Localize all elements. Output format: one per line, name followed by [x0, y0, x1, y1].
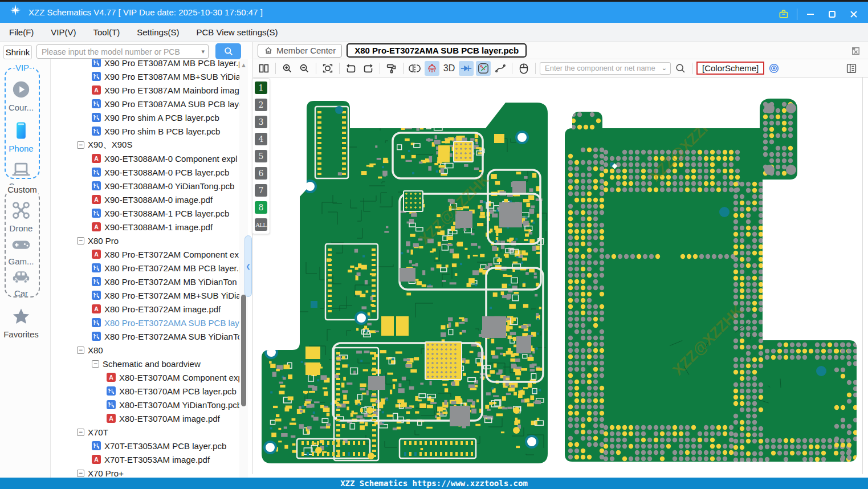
tree-file-row[interactable]: AX80-ET3070AM image.pdf — [51, 411, 239, 425]
panel-toggle-icon[interactable] — [845, 62, 858, 77]
tree-item-label: X90 Pro shim A PCB layer.pcb — [104, 113, 219, 123]
zoom-in-icon[interactable] — [280, 61, 295, 76]
net-search-icon[interactable] — [673, 61, 688, 76]
curve-icon[interactable] — [493, 61, 508, 76]
collapse-toggle-icon[interactable]: − — [92, 360, 99, 368]
tree-file-row[interactable]: X80-ET3070AM YiDianTong.pcb — [51, 398, 239, 411]
tree-file-row[interactable]: X80 Pro-ET3072AM MB PCB layer.p — [51, 261, 239, 275]
tab-member-center[interactable]: Member Center — [258, 44, 342, 58]
pcb-file-icon — [92, 127, 101, 136]
svg-text:A: A — [94, 87, 99, 93]
menu-item[interactable]: VIP(V) — [51, 27, 76, 37]
diode-icon[interactable] — [459, 61, 474, 76]
layer-button-1[interactable]: 1 — [255, 82, 267, 94]
tree-file-row[interactable]: AX80-ET3070AM Component exp — [51, 370, 239, 384]
tree-group-row[interactable]: −X70 Pro+ — [51, 466, 239, 478]
tree-file-row[interactable]: X80 Pro-ET3072AMA SUB YiDianTo — [51, 329, 239, 343]
tree-group-row[interactable]: −Schematic and boardview — [51, 357, 239, 370]
scrollbar-thumb[interactable] — [241, 295, 246, 406]
eye-icon[interactable] — [767, 61, 781, 76]
tree-file-row[interactable]: X90 Pro ET3087AMA SUB PCB laye — [51, 97, 239, 111]
colorscheme-button[interactable]: [ColorScheme] — [696, 62, 764, 75]
menu-item[interactable]: PCB View settings(S) — [196, 27, 278, 37]
tree-group-row[interactable]: −X90、X90S — [51, 138, 239, 152]
pcb-canvas[interactable]: XZZ@XZZHKXZZ@XZZHKXZZ@XZZHK — [252, 78, 862, 474]
layer-button-all[interactable]: ALL — [255, 218, 267, 231]
license-icon[interactable] — [775, 6, 792, 22]
sidebar-item-courses[interactable]: Cour... — [0, 80, 42, 112]
layer-button-2[interactable]: 2 — [255, 99, 267, 111]
split-view-icon[interactable] — [256, 61, 271, 76]
panel-collapse-handle[interactable]: ❮ — [244, 235, 252, 297]
sidebar-item-car[interactable]: Car — [0, 267, 42, 298]
menu-item[interactable]: File(F) — [9, 27, 34, 37]
collapse-toggle-icon[interactable]: − — [77, 347, 84, 354]
tree-file-row[interactable]: AX90-ET3088AM-1 image.pdf — [51, 220, 239, 234]
close-document-icon[interactable] — [850, 46, 861, 59]
pcb-file-icon — [92, 181, 101, 190]
tree-file-row[interactable]: X90 Pro ET3087AM MB PCB layer.p — [51, 59, 239, 70]
tree-group-row[interactable]: −X80 Pro — [51, 234, 239, 247]
maximize-button[interactable] — [824, 6, 841, 22]
minimize-button[interactable] — [802, 6, 819, 22]
tree-file-row[interactable]: AX90 Pro ET3087AM Mainbord imag — [51, 83, 239, 97]
tree-file-row[interactable]: AX80 Pro-ET3072AM image.pdf — [51, 302, 239, 316]
model-search-input[interactable]: Please input the model number or PCB ▾ — [36, 44, 209, 59]
collapse-toggle-icon[interactable]: − — [77, 429, 84, 436]
fit-view-icon[interactable] — [320, 61, 335, 76]
layer-button-5[interactable]: 5 — [255, 150, 267, 162]
tree-file-row[interactable]: AX90-ET3088AM-0 image.pdf — [51, 193, 239, 206]
chevron-down-icon[interactable]: ⌄ — [662, 64, 667, 72]
close-button[interactable] — [845, 6, 862, 22]
tree-file-row[interactable]: X70T-ET3053AM PCB layer.pcb — [51, 439, 239, 453]
menu-item[interactable]: Tool(T) — [93, 27, 120, 37]
lamp-icon[interactable] — [425, 61, 439, 76]
tree-group-row[interactable]: −X80 — [51, 343, 239, 357]
layer-button-6[interactable]: 6 — [255, 167, 267, 180]
tree-group-row[interactable]: −X70T — [51, 425, 239, 439]
layer-button-7[interactable]: 7 — [255, 184, 267, 197]
sidebar-item-game[interactable]: Gam... — [0, 236, 42, 266]
layer-button-3[interactable]: 3 — [255, 116, 267, 128]
tree-file-row[interactable]: X90 Pro shim B PCB layer.pcb — [51, 124, 239, 138]
zoom-out-icon[interactable] — [297, 61, 312, 76]
collapse-toggle-icon[interactable]: − — [77, 470, 84, 477]
pcb-file-icon — [92, 263, 101, 272]
tab-active-document[interactable]: X80 Pro-ET3072AMA SUB PCB layer.pcb — [347, 43, 527, 58]
phone-icon — [12, 121, 30, 140]
tree-file-row[interactable]: X90-ET3088AM-1 PCB layer.pcb — [51, 206, 239, 220]
paint-roller-icon[interactable] — [384, 61, 399, 76]
threed-label[interactable]: 3D — [442, 61, 457, 76]
scroll-up-icon[interactable]: ▲ — [241, 62, 247, 68]
tree-file-row[interactable]: X80-ET3070AM PCB layer.pcb — [51, 384, 239, 398]
tree-file-row[interactable]: X90 Pro ET3087AM MB+SUB YiDia — [51, 70, 239, 83]
sidebar-item-favorites[interactable]: Favorites — [0, 307, 42, 339]
net-search-input[interactable]: Enter the component or net name ⌄ — [540, 62, 671, 75]
tree-file-row[interactable]: X80 Pro-ET3072AMA SUB PCB laye — [51, 316, 239, 329]
chevron-down-icon[interactable]: ▾ — [201, 48, 205, 55]
layer-button-4[interactable]: 4 — [255, 133, 267, 145]
tree-file-row[interactable]: AX70T-ET3053AM image.pdf — [51, 453, 239, 466]
tree-file-row[interactable]: AX90-ET3088AM-0 Component expl — [51, 152, 239, 165]
file-tree: X90 Pro ET3087AM MB PCB layer.pX90 Pro E… — [51, 59, 239, 478]
menu-item[interactable]: Settings(S) — [137, 27, 179, 37]
tree-file-row[interactable]: X90-ET3088AM-0 PCB layer.pcb — [51, 165, 239, 179]
sidebar-item-phone[interactable]: Phone — [0, 121, 42, 153]
mirror-flip-icon[interactable] — [407, 61, 422, 76]
tree-file-row[interactable]: AX80 Pro-ET3072AM Component ex — [51, 247, 239, 261]
mouse-icon[interactable] — [516, 61, 531, 76]
collapse-toggle-icon[interactable]: − — [77, 237, 84, 244]
model-search-button[interactable] — [215, 43, 241, 59]
shrink-button[interactable]: Shrink — [3, 45, 32, 59]
tree-file-row[interactable]: X80 Pro-ET3072AM MB YiDianTon — [51, 275, 239, 288]
collapse-toggle-icon[interactable]: − — [77, 141, 84, 149]
tree-item-label: X90-ET3088AM-0 Component expl — [104, 154, 237, 164]
sidebar-item-drone[interactable]: Drone — [0, 201, 42, 233]
layer-button-8[interactable]: 8 — [255, 201, 267, 214]
rotate-cw-icon[interactable] — [361, 61, 376, 76]
tree-file-row[interactable]: X90-ET3088AM-0 YiDianTong.pcb — [51, 179, 239, 193]
rotate-ccw-icon[interactable] — [344, 61, 358, 76]
tree-file-row[interactable]: X90 Pro shim A PCB layer.pcb — [51, 111, 239, 124]
measure-icon[interactable] — [476, 61, 491, 76]
tree-file-row[interactable]: X80 Pro-ET3072AM MB+SUB YiDia — [51, 288, 239, 302]
